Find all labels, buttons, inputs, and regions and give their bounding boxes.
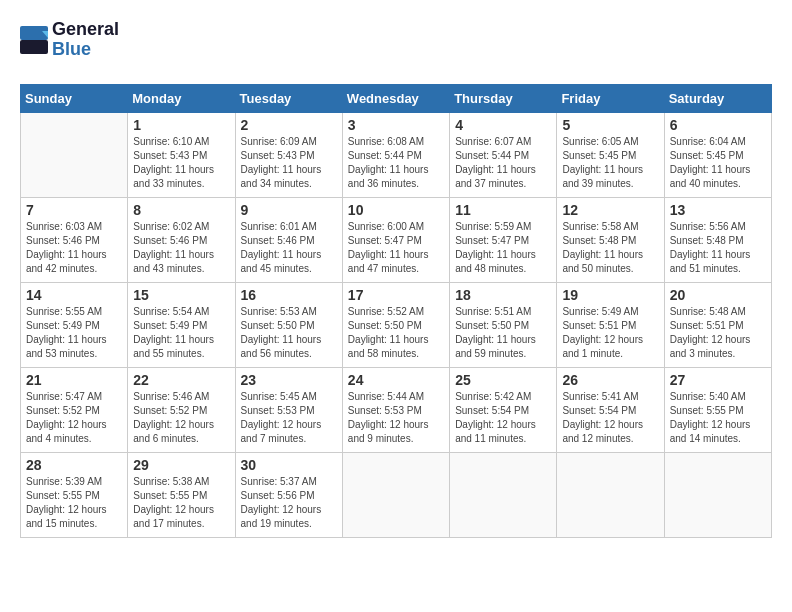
day-info: Sunrise: 5:39 AM Sunset: 5:55 PM Dayligh… xyxy=(26,475,122,531)
day-info: Sunrise: 5:49 AM Sunset: 5:51 PM Dayligh… xyxy=(562,305,658,361)
day-number: 27 xyxy=(670,372,766,388)
day-cell: 8Sunrise: 6:02 AM Sunset: 5:46 PM Daylig… xyxy=(128,197,235,282)
day-info: Sunrise: 6:08 AM Sunset: 5:44 PM Dayligh… xyxy=(348,135,444,191)
day-cell xyxy=(450,452,557,537)
day-info: Sunrise: 6:00 AM Sunset: 5:47 PM Dayligh… xyxy=(348,220,444,276)
day-cell: 10Sunrise: 6:00 AM Sunset: 5:47 PM Dayli… xyxy=(342,197,449,282)
day-number: 4 xyxy=(455,117,551,133)
day-cell: 4Sunrise: 6:07 AM Sunset: 5:44 PM Daylig… xyxy=(450,112,557,197)
day-cell: 23Sunrise: 5:45 AM Sunset: 5:53 PM Dayli… xyxy=(235,367,342,452)
day-number: 18 xyxy=(455,287,551,303)
day-info: Sunrise: 5:53 AM Sunset: 5:50 PM Dayligh… xyxy=(241,305,337,361)
day-info: Sunrise: 6:02 AM Sunset: 5:46 PM Dayligh… xyxy=(133,220,229,276)
day-number: 11 xyxy=(455,202,551,218)
day-cell: 30Sunrise: 5:37 AM Sunset: 5:56 PM Dayli… xyxy=(235,452,342,537)
day-info: Sunrise: 5:59 AM Sunset: 5:47 PM Dayligh… xyxy=(455,220,551,276)
day-cell: 24Sunrise: 5:44 AM Sunset: 5:53 PM Dayli… xyxy=(342,367,449,452)
day-number: 6 xyxy=(670,117,766,133)
day-cell: 5Sunrise: 6:05 AM Sunset: 5:45 PM Daylig… xyxy=(557,112,664,197)
day-number: 2 xyxy=(241,117,337,133)
day-number: 28 xyxy=(26,457,122,473)
day-number: 1 xyxy=(133,117,229,133)
day-number: 26 xyxy=(562,372,658,388)
day-cell: 18Sunrise: 5:51 AM Sunset: 5:50 PM Dayli… xyxy=(450,282,557,367)
day-info: Sunrise: 5:56 AM Sunset: 5:48 PM Dayligh… xyxy=(670,220,766,276)
day-info: Sunrise: 6:04 AM Sunset: 5:45 PM Dayligh… xyxy=(670,135,766,191)
day-info: Sunrise: 6:01 AM Sunset: 5:46 PM Dayligh… xyxy=(241,220,337,276)
day-info: Sunrise: 5:55 AM Sunset: 5:49 PM Dayligh… xyxy=(26,305,122,361)
logo-icon xyxy=(20,26,48,54)
day-info: Sunrise: 5:52 AM Sunset: 5:50 PM Dayligh… xyxy=(348,305,444,361)
day-number: 29 xyxy=(133,457,229,473)
week-row-1: 7Sunrise: 6:03 AM Sunset: 5:46 PM Daylig… xyxy=(21,197,772,282)
day-number: 30 xyxy=(241,457,337,473)
day-number: 24 xyxy=(348,372,444,388)
day-number: 15 xyxy=(133,287,229,303)
week-row-4: 28Sunrise: 5:39 AM Sunset: 5:55 PM Dayli… xyxy=(21,452,772,537)
day-cell xyxy=(342,452,449,537)
day-info: Sunrise: 5:48 AM Sunset: 5:51 PM Dayligh… xyxy=(670,305,766,361)
day-cell: 15Sunrise: 5:54 AM Sunset: 5:49 PM Dayli… xyxy=(128,282,235,367)
logo-line2: Blue xyxy=(52,40,119,60)
day-number: 10 xyxy=(348,202,444,218)
day-cell: 11Sunrise: 5:59 AM Sunset: 5:47 PM Dayli… xyxy=(450,197,557,282)
header-wednesday: Wednesday xyxy=(342,84,449,112)
day-cell xyxy=(557,452,664,537)
calendar-body: 1Sunrise: 6:10 AM Sunset: 5:43 PM Daylig… xyxy=(21,112,772,537)
day-info: Sunrise: 5:46 AM Sunset: 5:52 PM Dayligh… xyxy=(133,390,229,446)
day-info: Sunrise: 5:44 AM Sunset: 5:53 PM Dayligh… xyxy=(348,390,444,446)
week-row-0: 1Sunrise: 6:10 AM Sunset: 5:43 PM Daylig… xyxy=(21,112,772,197)
calendar-table: SundayMondayTuesdayWednesdayThursdayFrid… xyxy=(20,84,772,538)
day-number: 21 xyxy=(26,372,122,388)
day-info: Sunrise: 5:54 AM Sunset: 5:49 PM Dayligh… xyxy=(133,305,229,361)
day-number: 19 xyxy=(562,287,658,303)
header-thursday: Thursday xyxy=(450,84,557,112)
header-tuesday: Tuesday xyxy=(235,84,342,112)
day-cell: 27Sunrise: 5:40 AM Sunset: 5:55 PM Dayli… xyxy=(664,367,771,452)
logo-line1: General xyxy=(52,20,119,40)
day-cell: 22Sunrise: 5:46 AM Sunset: 5:52 PM Dayli… xyxy=(128,367,235,452)
day-cell: 29Sunrise: 5:38 AM Sunset: 5:55 PM Dayli… xyxy=(128,452,235,537)
day-cell: 25Sunrise: 5:42 AM Sunset: 5:54 PM Dayli… xyxy=(450,367,557,452)
page-container: General Blue SundayMondayTuesdayWednesda… xyxy=(20,20,772,538)
day-number: 13 xyxy=(670,202,766,218)
day-info: Sunrise: 5:45 AM Sunset: 5:53 PM Dayligh… xyxy=(241,390,337,446)
day-cell xyxy=(664,452,771,537)
day-info: Sunrise: 5:40 AM Sunset: 5:55 PM Dayligh… xyxy=(670,390,766,446)
header-friday: Friday xyxy=(557,84,664,112)
day-number: 8 xyxy=(133,202,229,218)
day-info: Sunrise: 6:09 AM Sunset: 5:43 PM Dayligh… xyxy=(241,135,337,191)
day-number: 9 xyxy=(241,202,337,218)
day-info: Sunrise: 5:51 AM Sunset: 5:50 PM Dayligh… xyxy=(455,305,551,361)
day-cell: 17Sunrise: 5:52 AM Sunset: 5:50 PM Dayli… xyxy=(342,282,449,367)
day-number: 17 xyxy=(348,287,444,303)
day-cell: 26Sunrise: 5:41 AM Sunset: 5:54 PM Dayli… xyxy=(557,367,664,452)
day-info: Sunrise: 5:37 AM Sunset: 5:56 PM Dayligh… xyxy=(241,475,337,531)
day-info: Sunrise: 6:07 AM Sunset: 5:44 PM Dayligh… xyxy=(455,135,551,191)
day-info: Sunrise: 6:03 AM Sunset: 5:46 PM Dayligh… xyxy=(26,220,122,276)
day-info: Sunrise: 5:38 AM Sunset: 5:55 PM Dayligh… xyxy=(133,475,229,531)
day-number: 5 xyxy=(562,117,658,133)
day-info: Sunrise: 5:47 AM Sunset: 5:52 PM Dayligh… xyxy=(26,390,122,446)
day-cell: 20Sunrise: 5:48 AM Sunset: 5:51 PM Dayli… xyxy=(664,282,771,367)
header-saturday: Saturday xyxy=(664,84,771,112)
day-cell: 14Sunrise: 5:55 AM Sunset: 5:49 PM Dayli… xyxy=(21,282,128,367)
day-cell: 28Sunrise: 5:39 AM Sunset: 5:55 PM Dayli… xyxy=(21,452,128,537)
header-row: SundayMondayTuesdayWednesdayThursdayFrid… xyxy=(21,84,772,112)
week-row-3: 21Sunrise: 5:47 AM Sunset: 5:52 PM Dayli… xyxy=(21,367,772,452)
day-info: Sunrise: 5:58 AM Sunset: 5:48 PM Dayligh… xyxy=(562,220,658,276)
day-cell: 19Sunrise: 5:49 AM Sunset: 5:51 PM Dayli… xyxy=(557,282,664,367)
day-number: 14 xyxy=(26,287,122,303)
day-number: 22 xyxy=(133,372,229,388)
day-cell: 1Sunrise: 6:10 AM Sunset: 5:43 PM Daylig… xyxy=(128,112,235,197)
day-number: 25 xyxy=(455,372,551,388)
day-number: 7 xyxy=(26,202,122,218)
logo: General Blue xyxy=(20,20,119,60)
day-cell: 13Sunrise: 5:56 AM Sunset: 5:48 PM Dayli… xyxy=(664,197,771,282)
day-info: Sunrise: 5:41 AM Sunset: 5:54 PM Dayligh… xyxy=(562,390,658,446)
week-row-2: 14Sunrise: 5:55 AM Sunset: 5:49 PM Dayli… xyxy=(21,282,772,367)
day-info: Sunrise: 5:42 AM Sunset: 5:54 PM Dayligh… xyxy=(455,390,551,446)
svg-rect-1 xyxy=(20,40,48,54)
day-number: 12 xyxy=(562,202,658,218)
header-monday: Monday xyxy=(128,84,235,112)
